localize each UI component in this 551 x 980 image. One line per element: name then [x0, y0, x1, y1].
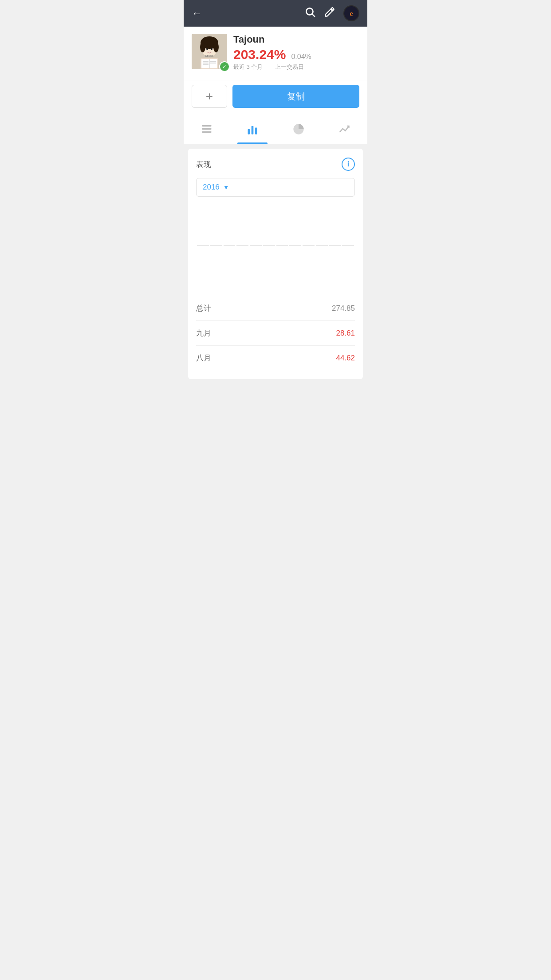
svg-text:e: e	[350, 10, 353, 17]
performance-card: 表现 i 2016 ▼ 总计274.85九月28.61八月44.62	[188, 149, 363, 379]
list-icon	[201, 123, 213, 138]
stat-value-2: 44.62	[336, 354, 355, 363]
content: 表现 i 2016 ▼ 总计274.85九月28.61八月44.62	[184, 144, 367, 499]
chevron-down-icon: ▼	[223, 184, 229, 191]
stat-label-0: 总计	[196, 303, 211, 313]
profile-section: EBOOK ✓ Tajoun 203.24% 0.04% 最近 3 个月 上一交…	[184, 27, 367, 80]
avatar-wrap: EBOOK ✓	[192, 34, 227, 69]
info-button[interactable]: i	[342, 158, 355, 171]
tab-list[interactable]	[192, 119, 222, 144]
bar-col-1	[197, 205, 209, 285]
svg-rect-24	[252, 126, 254, 134]
bar-chart	[196, 205, 355, 285]
back-button[interactable]: ←	[192, 7, 202, 20]
year-dropdown[interactable]: 2016 ▼	[196, 178, 355, 197]
svg-rect-20	[202, 125, 211, 127]
search-icon[interactable]	[304, 6, 316, 20]
stat-value-0: 274.85	[332, 304, 355, 313]
year-value: 2016	[203, 183, 220, 192]
tabs-bar	[184, 116, 367, 144]
return-3m: 203.24%	[233, 47, 286, 62]
bar-col-4	[236, 205, 248, 285]
tab-trend[interactable]	[329, 119, 359, 144]
bar-col-12	[342, 205, 354, 285]
stat-value-1: 28.61	[336, 329, 355, 338]
stat-label-2: 八月	[196, 353, 211, 363]
svg-point-9	[206, 48, 208, 50]
tab-pie-chart[interactable]	[283, 119, 314, 144]
bar-col-3	[224, 205, 236, 285]
svg-rect-25	[255, 128, 257, 134]
bar-col-2	[210, 205, 222, 285]
bar-col-7	[276, 205, 288, 285]
bar-col-10	[316, 205, 328, 285]
stat-row-0: 总计274.85	[196, 296, 355, 321]
trend-icon	[338, 123, 350, 138]
bar-col-8	[289, 205, 301, 285]
profile-name: Tajoun	[233, 34, 359, 45]
header: ← e	[184, 0, 367, 27]
stat-label-1: 九月	[196, 328, 211, 338]
profile-info: Tajoun 203.24% 0.04% 最近 3 个月 上一交易日	[233, 34, 359, 71]
card-header: 表现 i	[196, 158, 355, 171]
svg-rect-23	[248, 129, 250, 134]
return-last-day: 0.04%	[291, 53, 311, 61]
card-title: 表现	[196, 159, 211, 170]
edit-icon[interactable]	[324, 6, 335, 20]
stat-row-2: 八月44.62	[196, 346, 355, 370]
etoro-logo[interactable]: e	[343, 5, 359, 21]
svg-line-1	[312, 14, 315, 17]
svg-point-10	[211, 48, 213, 50]
label-last-day: 上一交易日	[275, 63, 304, 71]
stat-row-1: 九月28.61	[196, 321, 355, 346]
stats-list: 总计274.85九月28.61八月44.62	[196, 296, 355, 370]
svg-text:EBOOK: EBOOK	[205, 55, 213, 57]
bar-col-11	[329, 205, 341, 285]
bar-col-5	[250, 205, 262, 285]
svg-point-7	[200, 42, 205, 52]
verified-badge: ✓	[219, 61, 230, 72]
svg-rect-22	[202, 131, 211, 133]
svg-point-8	[213, 42, 219, 52]
tab-bar-chart[interactable]	[237, 119, 268, 144]
label-3m: 最近 3 个月	[233, 63, 263, 71]
add-button[interactable]: +	[192, 85, 227, 108]
action-row: + 复制	[184, 80, 367, 116]
bar-col-6	[263, 205, 275, 285]
svg-rect-21	[202, 128, 211, 130]
pie-chart-icon	[292, 123, 305, 138]
bar-col-9	[303, 205, 315, 285]
bar-chart-icon	[246, 123, 259, 138]
copy-button[interactable]: 复制	[232, 85, 359, 108]
svg-point-0	[306, 8, 313, 15]
